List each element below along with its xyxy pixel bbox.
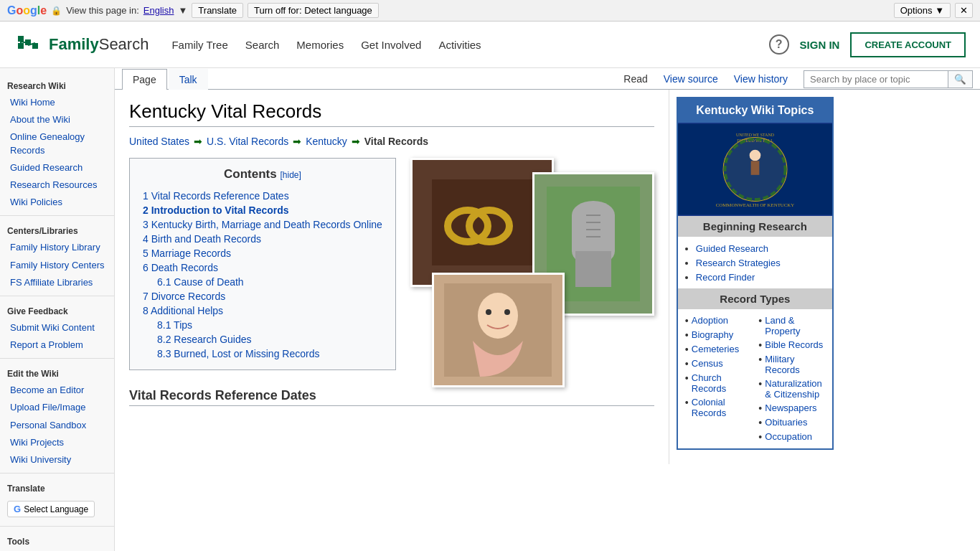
wiki-topics-title: Kentucky Wiki Topics [678,98,832,123]
contents-sub-item: 8.1 Tips [143,318,382,332]
select-language-button[interactable]: G Select Language [7,501,95,517]
tab-page[interactable]: Page [122,69,167,90]
record-occupation[interactable]: Occupation [765,431,812,442]
sidebar-item-become-editor[interactable]: Become an Editor [0,382,114,399]
svg-point-19 [478,293,518,339]
svg-rect-13 [575,251,611,287]
lock-icon: 🔒 [51,6,62,16]
sidebar-item-personal-sandbox[interactable]: Personal Sandbox [0,417,114,434]
sidebar-item-wiki-policies[interactable]: Wiki Policies [0,194,114,211]
sidebar-item-fs-affiliate[interactable]: FS Affiliate Libraries [0,274,114,291]
article-content: Kentucky Vital Records United States ➡ U… [115,90,669,464]
record-church[interactable]: Church Records [692,372,752,394]
record-cemeteries[interactable]: Cemeteries [692,344,739,354]
tab-talk[interactable]: Talk [169,69,208,90]
fs-logo-icon [14,30,43,59]
breadcrumb-arrow-3: ➡ [352,136,360,147]
tab-view-source[interactable]: View source [656,69,725,89]
article-title: Kentucky Vital Records [129,100,654,127]
sidebar-item-family-history-centers[interactable]: Family History Centers [0,257,114,274]
svg-point-25 [750,150,761,161]
article-with-right-sidebar: Kentucky Vital Records United States ➡ U… [115,90,980,464]
nav-activities[interactable]: Activities [437,35,482,55]
nav-search[interactable]: Search [244,35,281,55]
beginning-research-list: Guided Research Research Strategies Reco… [689,237,832,288]
record-types-title: Record Types [678,288,832,309]
wiki-search-button[interactable]: 🔍 [948,71,972,88]
record-biography[interactable]: Biography [692,329,734,340]
sidebar-item-research-resources[interactable]: Research Resources [0,176,114,194]
nav-memories[interactable]: Memories [295,35,345,55]
svg-text:UNITED WE STAND: UNITED WE STAND [736,133,774,137]
nav-family-tree[interactable]: Family Tree [170,35,229,55]
record-adoption[interactable]: Adoption [692,315,728,326]
sidebar-item-about-wiki[interactable]: About the Wiki [0,111,114,128]
breadcrumb-us-vital-records[interactable]: U.S. Vital Records [207,136,288,147]
kentucky-flag: COMMONWEALTH OF KENTUCKY UNITED WE STAND… [678,123,832,216]
options-button[interactable]: Options ▼ [894,3,951,18]
contents-item: 6 Death Records [143,260,382,275]
wiki-search-input[interactable] [804,71,948,88]
breadcrumb-arrow-2: ➡ [293,136,301,147]
record-military[interactable]: Military Records [765,354,825,375]
tab-view-history[interactable]: View history [727,69,795,89]
record-bible[interactable]: Bible Records [765,339,823,350]
contents-item: 1 Vital Records Reference Dates [143,189,382,203]
record-colonial[interactable]: Colonial Records [692,397,752,418]
sidebar-section-translate: Translate [0,478,114,496]
breadcrumb-kentucky[interactable]: Kentucky [306,136,347,147]
left-sidebar: Research Wiki Wiki Home About the Wiki O… [0,68,115,551]
article-section-header: Vital Records Reference Dates [129,388,654,406]
sidebar-item-family-history-library[interactable]: Family History Library [0,239,114,256]
record-obituaries[interactable]: Obituaries [765,417,807,428]
sign-in-button[interactable]: SIGN IN [800,39,840,51]
header-actions: ? SIGN IN CREATE ACCOUNT [769,32,966,57]
breadcrumb-current: Vital Records [364,136,428,147]
beginning-research-item: Research Strategies [696,255,825,270]
record-newspapers[interactable]: Newspapers [765,402,816,413]
sidebar-item-online-genealogy[interactable]: Online Genealogy Records [0,128,114,159]
record-census[interactable]: Census [692,358,723,369]
create-account-button[interactable]: CREATE ACCOUNT [850,32,966,57]
translate-button[interactable]: Translate [192,3,243,18]
sidebar-section-research-wiki: Research Wiki [0,75,114,94]
svg-text:COMMONWEALTH OF KENTUCKY: COMMONWEALTH OF KENTUCKY [716,202,794,207]
google-translate-bar: Google 🔒 View this page in: English▼ Tra… [0,0,980,22]
help-button[interactable]: ? [769,34,789,55]
language-link[interactable]: English [143,5,174,16]
sidebar-item-upload-file[interactable]: Upload File/Image [0,399,114,416]
site-header: FamilySearch Family Tree Search Memories… [0,22,980,68]
sidebar-item-wiki-home[interactable]: Wiki Home [0,94,114,111]
contents-item: 7 Divorce Records [143,289,382,303]
sidebar-item-wiki-university[interactable]: Wiki University [0,451,114,468]
tab-read[interactable]: Read [616,69,654,89]
record-land[interactable]: Land & Property [765,315,825,336]
contents-item: 4 Birth and Death Records [143,232,382,246]
breadcrumb-united-states[interactable]: United States [129,136,189,147]
turnoff-button[interactable]: Turn off for: Detect language [248,3,379,18]
svg-point-21 [504,309,510,315]
wiki-topics-box: Kentucky Wiki Topics COMMONWEA [677,97,834,450]
google-logo: Google [7,4,47,17]
sidebar-item-wiki-projects[interactable]: Wiki Projects [0,434,114,451]
wiki-tabs: Page Talk Read View source View history … [115,68,980,90]
sidebar-item-guided-research[interactable]: Guided Research [0,159,114,176]
close-bar-button[interactable]: ✕ [955,3,973,18]
sidebar-item-submit-wiki[interactable]: Submit Wiki Content [0,319,114,336]
contents-list: 1 Vital Records Reference Dates 2 Introd… [143,189,382,361]
record-types-grid: •Adoption •Biography •Cemeteries •Census… [678,309,832,448]
baby-image [432,273,565,387]
nav-get-involved[interactable]: Get Involved [359,35,423,55]
record-naturalization[interactable]: Naturalization & Citizenship [765,378,825,400]
sidebar-item-report-problem[interactable]: Report a Problem [0,336,114,354]
record-col-1: •Adoption •Biography •Cemeteries •Census… [685,314,752,444]
contents-hide-link[interactable]: [hide] [280,170,301,180]
content-area: Page Talk Read View source View history … [115,68,980,551]
main-container: Research Wiki Wiki Home About the Wiki O… [0,68,980,551]
view-page-text: View this page in: [66,5,139,16]
site-logo[interactable]: FamilySearch [14,30,149,59]
contents-box: Contents [hide] 1 Vital Records Referenc… [129,158,396,370]
sidebar-section-edit: Edit the Wiki [0,363,114,382]
baby-svg [444,283,552,377]
svg-rect-1 [18,43,24,49]
